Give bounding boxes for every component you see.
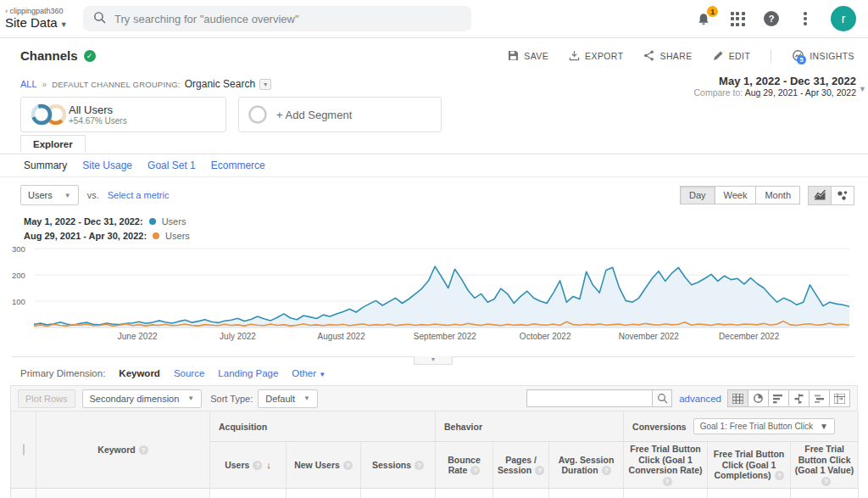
- verified-check-icon: ✓: [84, 50, 96, 62]
- traffic-chart[interactable]: 100200300 June 2022July 2022August 2022S…: [12, 246, 854, 357]
- view-percentage-button[interactable]: [748, 389, 769, 407]
- x-axis-tick: November 2022: [619, 332, 679, 341]
- sessions-column-header[interactable]: Sessions?: [361, 442, 436, 489]
- brand-block[interactable]: › clippingpath360 Site Data▼: [5, 8, 80, 30]
- secondary-dimension-button[interactable]: Secondary dimension▼: [82, 389, 203, 408]
- tab-explorer[interactable]: Explorer: [20, 135, 86, 153]
- date-range-picker[interactable]: May 1, 2022 - Dec 31, 2022 Compare to: A…: [694, 75, 856, 98]
- view-comparison-button[interactable]: [788, 389, 810, 407]
- select-all-checkbox[interactable]: [23, 444, 25, 456]
- avatar[interactable]: r: [831, 6, 856, 31]
- motion-chart-view-button[interactable]: [831, 186, 854, 205]
- segment-name: All Users: [69, 104, 127, 116]
- add-segment-label: + Add Segment: [276, 109, 352, 121]
- subnav-goal-set-1[interactable]: Goal Set 1: [147, 159, 196, 171]
- help-tooltip-icon[interactable]: ?: [470, 466, 480, 475]
- view-performance-button[interactable]: [768, 389, 789, 407]
- topbar: › clippingpath360 Site Data▼ 1 ? r: [0, 0, 868, 38]
- plot-rows-button[interactable]: Plot Rows: [18, 389, 75, 408]
- x-axis-tick: July 2022: [220, 332, 256, 341]
- save-icon: [508, 50, 519, 61]
- subnav-summary[interactable]: Summary: [24, 159, 67, 171]
- help-icon: ?: [764, 11, 779, 26]
- new-users-column-header[interactable]: New Users?: [287, 442, 361, 489]
- x-axis-tick: June 2022: [118, 332, 158, 341]
- term-cloud-icon: [814, 394, 825, 404]
- help-tooltip-icon[interactable]: ?: [139, 445, 148, 455]
- help-tooltip-icon[interactable]: ?: [602, 466, 611, 475]
- granularity-week-button[interactable]: Week: [715, 186, 757, 204]
- bar-chart-icon: [773, 394, 784, 404]
- date-range-primary: May 1, 2022 - Dec 31, 2022: [694, 75, 856, 87]
- dimension-other[interactable]: Other ▼: [292, 368, 326, 378]
- subnav: Summary Site Usage Goal Set 1 Ecommerce: [0, 154, 868, 176]
- bounce-rate-column-header[interactable]: Bounce Rate?: [436, 442, 493, 489]
- grouping-dropdown-button[interactable]: ▼: [259, 79, 271, 90]
- view-term-cloud-button[interactable]: [809, 389, 830, 407]
- help-tooltip-icon[interactable]: ?: [663, 477, 672, 486]
- granularity-day-button[interactable]: Day: [680, 186, 715, 204]
- view-table-button[interactable]: [727, 389, 748, 407]
- chevron-down-icon: ▼: [64, 192, 71, 199]
- area-chart-icon: [814, 190, 826, 201]
- chart-collapse-button[interactable]: ▼: [414, 356, 453, 365]
- table-search-button[interactable]: [652, 389, 672, 407]
- summary-pages-session: 3.47%▼2.01 vs 2.08: [493, 489, 549, 498]
- pivot-view-icon: [834, 394, 845, 404]
- advanced-search-link[interactable]: advanced: [679, 394, 721, 404]
- save-button[interactable]: SAVE: [508, 50, 548, 61]
- add-segment-button[interactable]: + Add Segment: [238, 97, 442, 132]
- subnav-site-usage[interactable]: Site Usage: [82, 159, 132, 171]
- keyword-column-header[interactable]: Keyword?: [36, 411, 210, 489]
- share-button[interactable]: SHARE: [643, 50, 692, 61]
- granularity-toggle: Day Week Month: [681, 186, 800, 204]
- pie-chart-icon: [753, 393, 764, 404]
- global-search-input[interactable]: [114, 13, 461, 25]
- line-chart-view-button[interactable]: [808, 186, 832, 205]
- segment-all-users[interactable]: All Users +54.67% Users: [20, 97, 226, 132]
- table-search-input[interactable]: [526, 389, 652, 407]
- view-pivot-button[interactable]: [829, 389, 850, 407]
- more-options-button[interactable]: [797, 10, 814, 27]
- dimension-keyword[interactable]: Keyword: [119, 368, 160, 378]
- select-metric-link[interactable]: Select a metric: [108, 190, 170, 200]
- export-button[interactable]: EXPORT: [569, 50, 623, 61]
- metric-select[interactable]: Users▼: [20, 185, 79, 205]
- chart-legend: May 1, 2022 - Dec 31, 2022: Users Aug 29…: [0, 209, 868, 244]
- help-tooltip-icon[interactable]: ?: [415, 461, 424, 470]
- users-column-header[interactable]: Users?↓: [210, 442, 287, 489]
- apps-grid-button[interactable]: [729, 10, 746, 27]
- pencil-icon: [713, 50, 724, 61]
- subnav-ecommerce[interactable]: Ecommerce: [211, 159, 265, 171]
- summary-new-users: 1,708.76%▲20,023 vs 1,107: [287, 489, 361, 498]
- legend-dot-primary: [149, 218, 156, 225]
- dimension-landing-page[interactable]: Landing Page: [218, 368, 278, 378]
- notifications-button[interactable]: 1: [695, 10, 712, 27]
- goal-selector[interactable]: Goal 1: Free Trial Button Click▼: [693, 418, 835, 434]
- x-axis-labels: June 2022July 2022August 2022September 2…: [34, 331, 854, 343]
- sort-type-select[interactable]: Default▼: [258, 389, 318, 408]
- dimension-source[interactable]: Source: [174, 368, 204, 378]
- chevron-down-icon: ▼: [319, 371, 326, 378]
- goal-conversion-rate-column-header[interactable]: Free Trial Button Click (Goal 1 Conversi…: [624, 442, 708, 489]
- insights-button[interactable]: 5 INSIGHTS: [792, 49, 854, 62]
- help-tooltip-icon[interactable]: ?: [343, 461, 353, 470]
- avg-session-duration-column-header[interactable]: Avg. Session Duration?: [549, 442, 624, 489]
- help-tooltip-icon[interactable]: ?: [535, 466, 544, 475]
- help-button[interactable]: ?: [763, 10, 780, 27]
- grouping-value: Organic Search: [185, 78, 255, 90]
- help-tooltip-icon[interactable]: ?: [253, 461, 262, 470]
- help-tooltip-icon[interactable]: ?: [821, 477, 831, 486]
- granularity-month-button[interactable]: Month: [755, 186, 800, 204]
- property-name: Site Data: [5, 15, 58, 30]
- edit-button[interactable]: EDIT: [713, 50, 751, 61]
- goal-completions-column-header[interactable]: Free Trial Button Click (Goal 1 Completi…: [708, 442, 791, 489]
- pages-session-column-header[interactable]: Pages / Session?: [493, 442, 549, 489]
- account-name: clippingpath360: [10, 7, 64, 15]
- breadcrumb-all-link[interactable]: ALL: [20, 79, 37, 89]
- table-view-icon: [732, 394, 743, 404]
- help-tooltip-icon[interactable]: ?: [775, 471, 784, 480]
- summary-row: 1,625.56%▲19,913 vs 1,154 1,708.76%▲20,0…: [11, 489, 859, 498]
- global-search[interactable]: [83, 6, 471, 31]
- goal-value-column-header[interactable]: Free Trial Button Click (Goal 1 Value)?: [791, 442, 859, 489]
